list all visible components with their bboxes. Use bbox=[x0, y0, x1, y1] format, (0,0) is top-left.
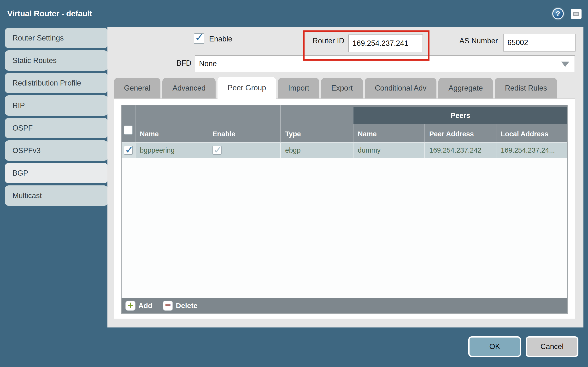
window-restore-icon[interactable] bbox=[571, 9, 581, 19]
column-header-peer-name[interactable]: Name bbox=[353, 124, 424, 142]
column-header-name[interactable]: Name bbox=[135, 105, 208, 142]
sidebar-item-router-settings[interactable]: Router Settings bbox=[5, 28, 108, 48]
router-id-input[interactable] bbox=[348, 34, 423, 52]
sidebar-item-redistribution-profile[interactable]: Redistribution Profile bbox=[5, 73, 108, 93]
row-cell-name: bgppeering bbox=[135, 143, 208, 158]
column-header-local-address[interactable]: Local Address bbox=[496, 124, 567, 142]
help-icon[interactable]: ? bbox=[552, 8, 564, 19]
column-header-enable[interactable]: Enable bbox=[208, 105, 280, 142]
window-title: Virtual Router - default bbox=[7, 0, 92, 27]
column-header-type[interactable]: Type bbox=[280, 105, 353, 142]
window-restore-glyph bbox=[573, 12, 579, 16]
bfd-label: BFD bbox=[169, 59, 191, 67]
sidebar-item-multicast[interactable]: Multicast bbox=[5, 185, 108, 206]
tab-aggregate[interactable]: Aggregate bbox=[438, 78, 493, 99]
sidebar-item-ospf[interactable]: OSPF bbox=[5, 118, 108, 138]
minus-icon: − bbox=[163, 301, 173, 311]
peers-group-header: Peers bbox=[353, 107, 567, 124]
bfd-select[interactable]: None bbox=[195, 55, 575, 72]
tab-general[interactable]: General bbox=[114, 78, 160, 99]
row-enable-checkbox[interactable] bbox=[212, 146, 222, 155]
sidebar-item-ospfv3[interactable]: OSPFv3 bbox=[5, 140, 108, 161]
enable-checkbox[interactable] bbox=[194, 33, 204, 44]
sidebar-item-label: RIP bbox=[12, 101, 25, 110]
sidebar-item-label: OSPF bbox=[12, 124, 33, 133]
as-number-label: AS Number bbox=[456, 37, 498, 45]
sidebar-item-label: OSPFv3 bbox=[12, 146, 41, 155]
sidebar-item-rip[interactable]: RIP bbox=[5, 95, 108, 116]
row-select-cell bbox=[121, 143, 135, 158]
column-header-peer-address[interactable]: Peer Address bbox=[424, 124, 496, 142]
header-select-all-cell bbox=[121, 105, 135, 142]
peer-group-panel: Name Enable Type Peers Name Peer Address… bbox=[114, 99, 575, 319]
sidebar-item-label: Router Settings bbox=[12, 34, 64, 42]
table-body-empty-area bbox=[121, 158, 567, 298]
tab-import[interactable]: Import bbox=[278, 78, 319, 99]
tab-export[interactable]: Export bbox=[321, 78, 363, 99]
plus-icon: + bbox=[125, 301, 136, 311]
row-cell-enable bbox=[208, 143, 280, 158]
add-button[interactable]: + Add bbox=[125, 301, 152, 311]
tab-peer-group[interactable]: Peer Group bbox=[217, 77, 276, 100]
bfd-selected-value: None bbox=[199, 59, 217, 68]
sidebar-item-static-routes[interactable]: Static Routes bbox=[5, 50, 108, 71]
cancel-button[interactable]: Cancel bbox=[526, 336, 579, 357]
window-titlebar: Virtual Router - default ? bbox=[0, 0, 588, 27]
table-footer: + Add − Delete bbox=[121, 298, 567, 313]
sidebar-item-label: Static Routes bbox=[12, 56, 57, 65]
row-select-checkbox[interactable] bbox=[124, 146, 133, 155]
table-header: Name Enable Type Peers Name Peer Address… bbox=[121, 105, 567, 142]
table-row[interactable]: bgppeering ebgp dummy 169.254.237.242 16… bbox=[121, 142, 567, 158]
tab-conditional-adv[interactable]: Conditional Adv bbox=[365, 78, 436, 99]
as-number-input[interactable] bbox=[503, 34, 576, 51]
content-panel: Enable Router ID AS Number BFD None Gene… bbox=[107, 27, 583, 327]
sidebar-item-bgp[interactable]: BGP bbox=[5, 163, 108, 183]
row-cell-peer-name: dummy bbox=[353, 143, 424, 158]
sidebar-item-label: Multicast bbox=[12, 192, 42, 200]
row-cell-local-address: 169.254.237.24... bbox=[496, 143, 567, 158]
router-id-label: Router ID bbox=[306, 37, 344, 45]
add-button-label: Add bbox=[138, 302, 152, 310]
ok-button[interactable]: OK bbox=[468, 336, 521, 357]
row-cell-type: ebgp bbox=[280, 143, 353, 158]
delete-button[interactable]: − Delete bbox=[163, 301, 197, 311]
chevron-down-icon bbox=[561, 62, 569, 67]
help-icon-glyph: ? bbox=[556, 9, 560, 18]
peer-group-table: Name Enable Type Peers Name Peer Address… bbox=[121, 105, 568, 314]
select-all-checkbox[interactable] bbox=[124, 125, 133, 135]
tab-redist-rules[interactable]: Redist Rules bbox=[495, 78, 557, 99]
sidebar-item-label: Redistribution Profile bbox=[12, 79, 81, 87]
sidebar-item-label: BGP bbox=[12, 169, 28, 177]
tab-advanced[interactable]: Advanced bbox=[162, 78, 216, 99]
enable-label: Enable bbox=[209, 35, 232, 43]
row-cell-peer-address: 169.254.237.242 bbox=[424, 143, 496, 158]
delete-button-label: Delete bbox=[176, 302, 197, 310]
tab-bar: General Advanced Peer Group Import Expor… bbox=[114, 78, 557, 99]
